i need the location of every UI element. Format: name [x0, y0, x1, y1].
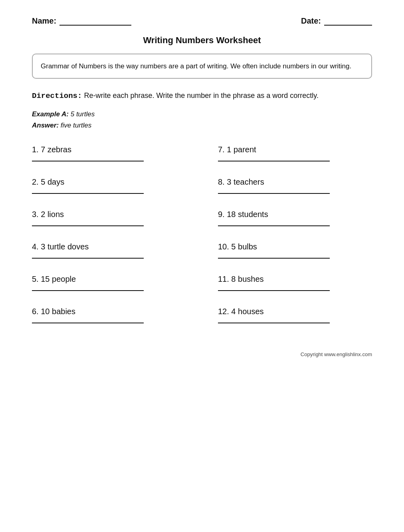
name-label: Name: — [32, 16, 56, 26]
problem-text: 5. 15 people — [32, 275, 186, 284]
problem-item: 11. 8 bushes — [202, 271, 372, 303]
info-box-text: Grammar of Numbers is the way numbers ar… — [41, 62, 351, 70]
header-row: Name: Date: — [32, 16, 372, 26]
info-box: Grammar of Numbers is the way numbers ar… — [32, 54, 372, 79]
problem-text: 8. 3 teachers — [218, 177, 372, 187]
problem-text: 4. 3 turtle doves — [32, 242, 186, 251]
problem-item: 6. 10 babies — [32, 303, 202, 335]
copyright: Copyright www.englishlinx.com — [32, 351, 372, 357]
answer-line[interactable] — [218, 161, 330, 161]
answer-line[interactable] — [32, 161, 144, 161]
problem-item: 7. 1 parent — [202, 141, 372, 173]
problem-text: 2. 5 days — [32, 177, 186, 187]
page-title: Writing Numbers Worksheet — [32, 35, 372, 46]
answer-line[interactable] — [218, 258, 330, 259]
answer-line[interactable] — [32, 258, 144, 259]
problem-item: 12. 4 houses — [202, 303, 372, 335]
example-a-text: 5 turtles — [71, 110, 95, 118]
problem-item: 8. 3 teachers — [202, 173, 372, 206]
problem-text: 12. 4 houses — [218, 307, 372, 316]
problem-item: 3. 2 lions — [32, 206, 202, 238]
name-field: Name: — [32, 16, 131, 26]
problem-text: 11. 8 bushes — [218, 275, 372, 284]
answer-line[interactable] — [218, 225, 330, 226]
date-input-line[interactable] — [324, 16, 372, 26]
answer-line[interactable] — [32, 290, 144, 291]
answer-text: five turtles — [61, 122, 91, 129]
answer-label: Answer: — [32, 122, 59, 129]
answer-line[interactable] — [32, 225, 144, 226]
answer-line[interactable] — [32, 193, 144, 194]
directions-section: Directions: Re-write each phrase. Write … — [32, 90, 372, 102]
name-input-line[interactable] — [59, 16, 131, 26]
problem-item: 10. 5 bulbs — [202, 238, 372, 271]
date-label: Date: — [301, 16, 321, 26]
problem-text: 9. 18 students — [218, 210, 372, 219]
problem-item: 2. 5 days — [32, 173, 202, 206]
problem-item: 4. 3 turtle doves — [32, 238, 202, 271]
example-a-line: Example A: 5 turtles — [32, 109, 372, 120]
directions-text: Re-write each phrase. Write the number i… — [84, 92, 319, 100]
answer-line-example: Answer: five turtles — [32, 120, 372, 132]
answer-line[interactable] — [32, 323, 144, 323]
answer-line[interactable] — [218, 193, 330, 194]
problem-item: 1. 7 zebras — [32, 141, 202, 173]
problem-text: 6. 10 babies — [32, 307, 186, 316]
problem-item: 5. 15 people — [32, 271, 202, 303]
problem-item: 9. 18 students — [202, 206, 372, 238]
problem-text: 3. 2 lions — [32, 210, 186, 219]
problem-text: 1. 7 zebras — [32, 145, 186, 154]
answer-line[interactable] — [218, 290, 330, 291]
example-section: Example A: 5 turtles Answer: five turtle… — [32, 109, 372, 132]
example-a-label: Example A: — [32, 110, 69, 118]
problem-text: 10. 5 bulbs — [218, 242, 372, 251]
directions-label: Directions: — [32, 92, 82, 100]
problems-grid: 1. 7 zebras7. 1 parent2. 5 days8. 3 teac… — [32, 141, 372, 335]
date-field: Date: — [301, 16, 372, 26]
problem-text: 7. 1 parent — [218, 145, 372, 154]
answer-line[interactable] — [218, 323, 330, 323]
